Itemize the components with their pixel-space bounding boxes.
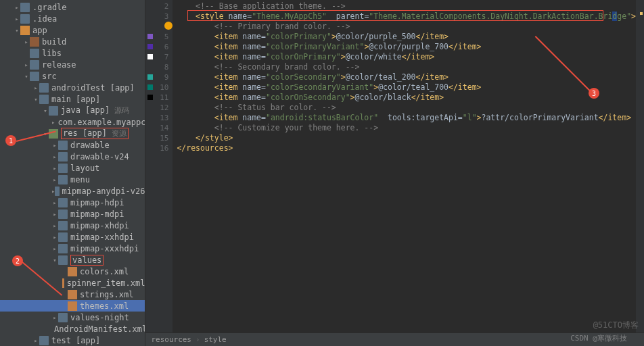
tree-label: values (70, 255, 104, 266)
expand-arrow-icon[interactable] (51, 165, 58, 172)
expand-arrow-icon[interactable] (51, 199, 58, 206)
tree-item[interactable]: drawable-v24 (0, 151, 145, 162)
folder-icon (55, 187, 59, 196)
tree-item[interactable]: mipmap-mdpi (0, 208, 145, 220)
tree-item[interactable]: app (0, 24, 145, 36)
expand-arrow-icon[interactable] (51, 119, 55, 126)
expand-arrow-icon[interactable] (51, 257, 58, 264)
expand-arrow-icon[interactable] (51, 176, 58, 183)
folder-res-icon (49, 129, 58, 139)
code-line[interactable]: <item name="colorOnPrimary">@color/white… (177, 52, 636, 62)
code-area[interactable]: <!-- Base application theme. --> <style … (172, 0, 636, 332)
breadcrumb-bar[interactable]: resources › style (145, 332, 644, 346)
expand-arrow-icon[interactable] (51, 211, 58, 218)
tree-item[interactable]: spinner_item.xml (0, 277, 145, 289)
line-number: 3 (145, 11, 168, 22)
expand-arrow-icon[interactable] (51, 245, 58, 252)
tree-item[interactable]: java [app] 源码 (0, 105, 145, 116)
tree-item[interactable]: mipmap-hdpi (0, 197, 145, 208)
code-line[interactable]: <item name="colorPrimary">@color/purple_… (177, 32, 636, 42)
expand-arrow-icon[interactable] (14, 4, 20, 11)
tree-item[interactable]: values-night (0, 312, 145, 323)
code-line[interactable]: <!-- Secondary brand color. --> (177, 62, 636, 72)
folder-icon (39, 95, 49, 104)
expand-arrow-icon[interactable] (23, 61, 30, 68)
expand-arrow-icon[interactable] (32, 84, 39, 91)
tree-item[interactable]: mipmap-xxhdpi (0, 231, 145, 243)
folder-icon (58, 175, 68, 184)
expand-arrow-icon[interactable] (23, 73, 30, 80)
code-line[interactable]: </resources> (177, 143, 636, 153)
tree-item[interactable]: res [app] 资源 (0, 128, 145, 139)
line-number: 16 (145, 143, 168, 153)
color-swatch-icon[interactable] (147, 74, 153, 80)
code-line[interactable]: <!-- Customize your theme here. --> (177, 123, 636, 133)
tree-item[interactable]: menu (0, 174, 145, 185)
annotation-badge-1: 1 (5, 135, 16, 146)
folder-icon (58, 221, 68, 230)
code-line[interactable]: <item name="colorSecondaryVariant">@colo… (177, 82, 636, 93)
tree-item[interactable]: .idea (0, 13, 145, 24)
tree-item[interactable]: src (0, 70, 145, 82)
tree-label: com.example.myappch5 (58, 118, 145, 127)
expand-arrow-icon[interactable] (32, 96, 39, 103)
code-line[interactable]: <item name="android:statusBarColor" tool… (177, 113, 636, 123)
expand-arrow-icon[interactable] (14, 16, 20, 22)
code-line[interactable]: <!-- Status bar color. --> (177, 103, 636, 113)
color-swatch-icon[interactable] (147, 54, 153, 59)
expand-arrow-icon[interactable] (51, 314, 58, 321)
color-swatch-icon[interactable] (147, 34, 153, 39)
tree-label: androidTest [app] (51, 83, 135, 93)
watermark: @51CTO博客 (593, 320, 639, 331)
tree-item[interactable]: test [app] (0, 335, 145, 346)
tree-item[interactable]: release (0, 59, 145, 70)
code-line[interactable]: <item name="colorOnSecondary">@color/bla… (177, 93, 636, 103)
tree-item[interactable]: strings.xml (0, 289, 145, 300)
color-swatch-icon[interactable] (147, 95, 153, 100)
tree-label: main [app] (51, 95, 100, 104)
breadcrumb-item[interactable]: style (204, 335, 227, 344)
color-swatch-icon[interactable] (147, 44, 153, 49)
code-line[interactable]: <item name="colorPrimaryVariant">@color/… (177, 42, 636, 52)
code-line[interactable]: <!-- Base application theme. --> (177, 1, 636, 11)
code-line[interactable]: </style> (177, 133, 636, 143)
color-swatch-icon[interactable] (147, 84, 153, 90)
code-editor[interactable]: 2345678910111213141516 <!-- Base applica… (145, 0, 644, 332)
expand-arrow-icon[interactable] (51, 142, 58, 149)
tree-item[interactable]: .gradle (0, 1, 145, 13)
tree-label: mipmap-xxhdpi (70, 232, 134, 242)
tree-item[interactable]: libs (0, 47, 145, 59)
expand-arrow-icon[interactable] (32, 337, 39, 344)
expand-arrow-icon[interactable] (14, 27, 20, 34)
chevron-right-icon: › (196, 335, 200, 344)
tree-item[interactable]: themes.xml (0, 300, 145, 312)
tree-item[interactable]: layout (0, 162, 145, 174)
code-line[interactable]: <!-- Primary brand color. --> (177, 22, 636, 32)
intention-bulb-icon[interactable] (164, 22, 172, 30)
tree-item[interactable]: androidTest [app] (0, 82, 145, 93)
tree-item[interactable]: com.example.myappch5 (0, 116, 145, 128)
tree-item[interactable]: mipmap-xxxhdpi (0, 243, 145, 254)
tree-item[interactable]: mipmap-anydpi-v26 (0, 185, 145, 197)
tree-item[interactable]: drawable (0, 139, 145, 151)
line-number: 12 (145, 103, 168, 113)
tree-item[interactable]: colors.xml (0, 266, 145, 277)
code-line[interactable]: <item name="colorSecondary">@color/teal_… (177, 72, 636, 82)
tree-item[interactable]: AndroidManifest.xml (0, 323, 145, 335)
folder-icon (20, 14, 30, 24)
expand-arrow-icon[interactable] (51, 153, 58, 160)
code-line[interactable]: <style name="Theme.MyAppCh5" parent="The… (177, 11, 636, 22)
tree-item[interactable]: main [app] (0, 93, 145, 105)
tree-item[interactable]: mipmap-xhdpi (0, 220, 145, 231)
folder-icon (58, 152, 68, 162)
tree-item[interactable]: build (0, 36, 145, 47)
tree-label: app (32, 26, 47, 35)
tree-label: .gradle (32, 3, 67, 12)
expand-arrow-icon[interactable] (51, 222, 58, 229)
expand-arrow-icon[interactable] (51, 234, 58, 241)
project-tree[interactable]: .gradle.ideaappbuildlibsreleasesrcandroi… (0, 0, 145, 346)
expand-arrow-icon[interactable] (23, 39, 30, 45)
expand-arrow-icon[interactable] (42, 107, 49, 114)
breadcrumb-item[interactable]: resources (151, 335, 191, 344)
expand-arrow-icon[interactable] (42, 130, 49, 137)
